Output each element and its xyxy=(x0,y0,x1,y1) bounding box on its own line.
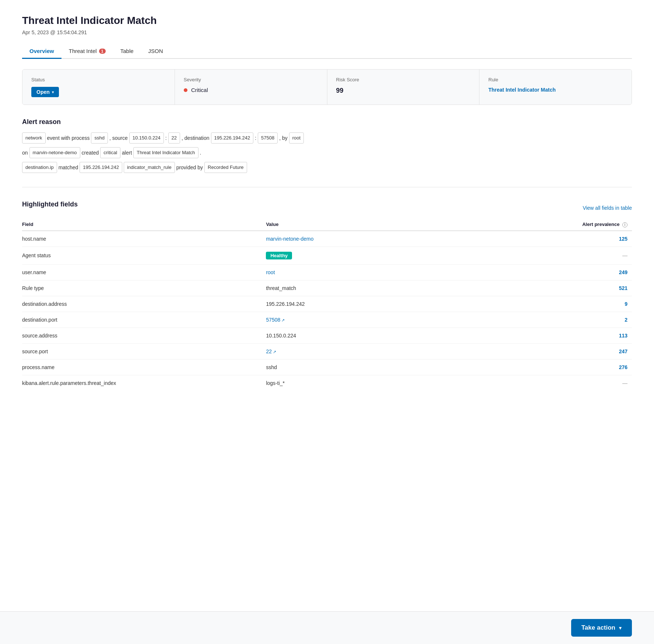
risk-score-card: Risk Score 99 xyxy=(327,70,480,105)
tab-json[interactable]: JSON xyxy=(141,44,170,59)
tabs-bar: Overview Threat Intel 1 Table JSON xyxy=(22,44,632,59)
table-row: source.port22 ↗247 xyxy=(22,343,632,359)
severity-card: Severity Critical xyxy=(175,70,327,105)
field-value-cell: root xyxy=(266,264,540,280)
field-name-cell: Rule type xyxy=(22,280,266,296)
field-name-cell: destination.port xyxy=(22,312,266,328)
highlighted-fields-title: Highlighted fields xyxy=(22,201,78,208)
alert-reason-line1: network event with process sshd , source… xyxy=(22,132,632,144)
field-value-cell: 10.150.0.224 xyxy=(266,328,540,343)
field-value-text: threat_match xyxy=(266,285,296,291)
field-value-cell: threat_match xyxy=(266,280,540,296)
severity-label: Severity xyxy=(184,77,318,82)
token-indicator-match-rule: indicator_match_rule xyxy=(124,162,175,173)
threat-intel-badge: 1 xyxy=(99,49,106,54)
token-host: marvin-netone-demo xyxy=(29,147,80,158)
chevron-down-icon: ▾ xyxy=(619,625,622,631)
prevalence-cell: 2 xyxy=(541,312,632,328)
field-value-text: logs-ti_* xyxy=(266,380,285,386)
table-row: Agent statusHealthy— xyxy=(22,247,632,264)
alert-reason-section: Alert reason network event with process … xyxy=(22,118,632,187)
field-value-link[interactable]: marvin-netone-demo xyxy=(266,236,313,242)
tab-threat-intel[interactable]: Threat Intel 1 xyxy=(61,44,113,59)
alert-reason-title: Alert reason xyxy=(22,118,632,126)
severity-value: Critical xyxy=(184,87,318,93)
prevalence-cell: — xyxy=(541,247,632,264)
field-value-cell: marvin-netone-demo xyxy=(266,231,540,247)
prevalence-cell: 276 xyxy=(541,359,632,375)
prevalence-info-icon[interactable]: i xyxy=(622,222,627,227)
token-dest-port: 57508 xyxy=(258,132,278,144)
prevalence-cell: 113 xyxy=(541,328,632,343)
field-value-cell: 22 ↗ xyxy=(266,343,540,359)
table-row: destination.port57508 ↗2 xyxy=(22,312,632,328)
field-value-text: sshd xyxy=(266,364,277,370)
field-name-cell: host.name xyxy=(22,231,266,247)
field-name-cell: Agent status xyxy=(22,247,266,264)
token-alert-name: Threat Intel Indicator Match xyxy=(133,147,198,158)
table-row: Rule typethreat_match521 xyxy=(22,280,632,296)
healthy-badge: Healthy xyxy=(266,252,292,259)
field-name-cell: process.name xyxy=(22,359,266,375)
tab-table[interactable]: Table xyxy=(113,44,141,59)
token-source-ip: 10.150.0.224 xyxy=(129,132,164,144)
risk-score-label: Risk Score xyxy=(336,77,471,82)
token-dest-ip-field: destination.ip xyxy=(22,162,57,173)
risk-score-value: 99 xyxy=(336,87,471,95)
prevalence-cell: 9 xyxy=(541,296,632,312)
tab-overview[interactable]: Overview xyxy=(22,44,61,59)
token-recorded-future: Recorded Future xyxy=(204,162,247,173)
table-row: user.nameroot249 xyxy=(22,264,632,280)
token-network: network xyxy=(22,132,46,144)
highlighted-fields-header: Highlighted fields View all fields in ta… xyxy=(22,201,632,215)
field-value-cell: 195.226.194.242 xyxy=(266,296,540,312)
col-header-value: Value xyxy=(266,219,540,231)
table-row: destination.address195.226.194.2429 xyxy=(22,296,632,312)
field-value-link[interactable]: 57508 ↗ xyxy=(266,317,285,323)
field-value-cell: 57508 ↗ xyxy=(266,312,540,328)
col-header-field: Field xyxy=(22,219,266,231)
take-action-button[interactable]: Take action ▾ xyxy=(571,619,632,637)
page-title: Threat Intel Indicator Match xyxy=(22,15,632,26)
field-value-link[interactable]: root xyxy=(266,269,275,275)
rule-card: Rule Threat Intel Indicator Match xyxy=(479,70,632,105)
prevalence-cell: 125 xyxy=(541,231,632,247)
field-value-cell: logs-ti_* xyxy=(266,375,540,391)
token-by-root: root xyxy=(289,132,304,144)
token-source-port: 22 xyxy=(168,132,180,144)
status-button[interactable]: Open ▾ xyxy=(31,87,59,97)
field-name-cell: destination.address xyxy=(22,296,266,312)
footer: Take action ▾ xyxy=(0,611,654,644)
table-row: host.namemarvin-netone-demo125 xyxy=(22,231,632,247)
page-date: Apr 5, 2023 @ 15:54:04.291 xyxy=(22,29,632,35)
view-all-fields-link[interactable]: View all fields in table xyxy=(583,205,632,211)
table-row: source.address10.150.0.224113 xyxy=(22,328,632,343)
status-label: Status xyxy=(31,77,166,82)
rule-link[interactable]: Threat Intel Indicator Match xyxy=(488,87,556,93)
field-value-text: 10.150.0.224 xyxy=(266,333,296,339)
prevalence-cell: 247 xyxy=(541,343,632,359)
field-name-cell: source.address xyxy=(22,328,266,343)
prevalence-cell: 521 xyxy=(541,280,632,296)
rule-label: Rule xyxy=(488,77,623,82)
token-critical: critical xyxy=(100,147,120,158)
chevron-down-icon: ▾ xyxy=(52,90,54,94)
col-header-prevalence: Alert prevalence i xyxy=(541,219,632,231)
field-value-cell: Healthy xyxy=(266,247,540,264)
alert-reason-line3: destination.ip matched 195.226.194.242 i… xyxy=(22,162,632,173)
token-matched-ip: 195.226.194.242 xyxy=(80,162,122,173)
prevalence-cell: 249 xyxy=(541,264,632,280)
field-name-cell: source.port xyxy=(22,343,266,359)
highlighted-fields-section: Highlighted fields View all fields in ta… xyxy=(22,201,632,391)
external-link-icon: ↗ xyxy=(273,350,276,354)
field-value-cell: sshd xyxy=(266,359,540,375)
field-name-cell: user.name xyxy=(22,264,266,280)
external-link-icon: ↗ xyxy=(281,318,285,323)
table-row: kibana.alert.rule.parameters.threat_inde… xyxy=(22,375,632,391)
token-dest-ip: 195.226.194.242 xyxy=(211,132,254,144)
table-row: process.namesshd276 xyxy=(22,359,632,375)
alert-reason-line2: on marvin-netone-demo created critical a… xyxy=(22,147,632,158)
status-card: Status Open ▾ xyxy=(22,70,175,105)
field-value-link[interactable]: 22 ↗ xyxy=(266,348,276,354)
token-sshd: sshd xyxy=(91,132,108,144)
